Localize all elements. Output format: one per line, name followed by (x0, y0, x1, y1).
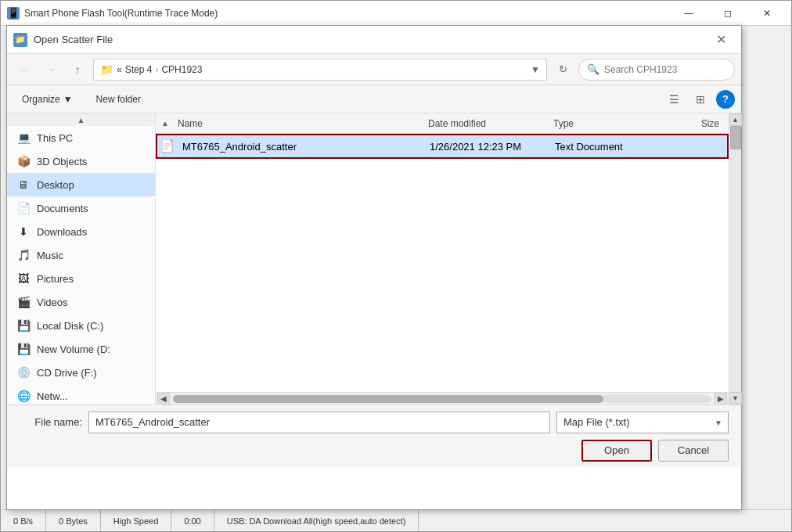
sidebar-item-music[interactable]: 🎵 Music (7, 243, 155, 267)
file-list: MT6765_Android_scatter 1/26/2021 12:23 P… (156, 134, 729, 392)
sidebar-item-this-pc[interactable]: 💻 This PC (7, 126, 155, 149)
desktop-icon: 🖥 (16, 178, 31, 191)
3d-objects-icon: 📦 (16, 155, 31, 167)
file-list-area: ▲ Name Date modified Type Size (156, 113, 729, 404)
column-date-modified[interactable]: Date modified (422, 118, 547, 129)
sidebar-label-new-volume-d: New Volume (D: (37, 343, 110, 355)
sidebar-item-documents[interactable]: 📄 Documents (7, 196, 155, 220)
local-disk-c-icon: 💾 (16, 319, 31, 332)
sidebar-item-videos[interactable]: 🎬 Videos (7, 290, 155, 314)
sidebar-item-network[interactable]: 🌐 Netw... (7, 384, 155, 404)
app-restore-button[interactable]: ◻ (710, 1, 746, 26)
app-icon: 📱 (7, 7, 20, 20)
search-input[interactable] (604, 64, 726, 75)
address-folder-icon: 📁 (100, 63, 113, 76)
filetype-select-wrapper: Map File (*.txt) All Files (*.*) ▼ (556, 412, 729, 433)
filename-label: File name: (20, 416, 82, 428)
vertical-scrollbar-thumb[interactable] (730, 126, 741, 149)
dialog-close-button[interactable]: ✕ (707, 26, 735, 54)
new-folder-label: New folder (96, 94, 141, 105)
app-minimize-button[interactable]: — (671, 1, 707, 26)
buttons-row: Open Cancel (20, 440, 729, 462)
filename-input[interactable] (88, 412, 550, 433)
sidebar-item-downloads[interactable]: ⬇ Downloads (7, 220, 155, 243)
vertical-scrollbar-track[interactable] (730, 126, 741, 392)
sidebar: ▲ 💻 This PC 📦 3D Objects 🖥 Desktop 📄 Doc… (7, 113, 156, 404)
status-time: 0:00 (171, 510, 214, 531)
sidebar-item-desktop[interactable]: 🖥 Desktop (7, 173, 155, 196)
address-dropdown-button[interactable]: ▼ (531, 64, 540, 75)
search-icon: 🔍 (587, 63, 599, 75)
organize-dropdown-icon: ▼ (63, 94, 73, 105)
column-name[interactable]: Name (171, 118, 422, 129)
scroll-left-button[interactable]: ◀ (157, 393, 170, 405)
search-box[interactable]: 🔍 (578, 59, 735, 81)
sidebar-item-new-volume-d[interactable]: 💾 New Volume (D: (7, 337, 155, 361)
status-mode: High Speed (101, 510, 172, 531)
breadcrumb-step: Step 4 (125, 64, 153, 75)
open-scatter-file-dialog: 📁 Open Scatter File ✕ ← → ↑ 📁 « Step 4 ›… (6, 25, 742, 510)
downloads-icon: ⬇ (16, 225, 31, 238)
horizontal-scrollbar-thumb[interactable] (173, 395, 603, 403)
sidebar-label-local-disk-c: Local Disk (C:) (37, 320, 103, 332)
toolbar-right: ☰ ⊞ ? (663, 88, 735, 110)
cancel-button[interactable]: Cancel (658, 440, 729, 462)
file-name: MT6765_Android_scatter (179, 141, 423, 153)
sidebar-label-music: Music (37, 250, 63, 261)
sidebar-label-pictures: Pictures (37, 273, 74, 285)
new-volume-d-icon: 💾 (16, 343, 31, 355)
address-bar[interactable]: 📁 « Step 4 › CPH1923 ▼ (93, 59, 547, 81)
status-bytes: 0 Bytes (46, 510, 101, 531)
cd-drive-f-icon: 💿 (16, 366, 31, 379)
sort-indicator: ▲ (159, 119, 171, 128)
sidebar-scroll-up-button[interactable]: ▲ (7, 113, 155, 126)
file-type: Text Document (549, 141, 666, 153)
back-button[interactable]: ← (13, 59, 35, 81)
sidebar-label-downloads: Downloads (37, 226, 87, 238)
sidebar-item-cd-drive-f[interactable]: 💿 CD Drive (F:) (7, 361, 155, 384)
sidebar-item-local-disk-c[interactable]: 💾 Local Disk (C:) (7, 314, 155, 337)
scroll-down-button[interactable]: ▼ (729, 392, 742, 404)
app-title: Smart Phone Flash Tool(Runtime Trace Mod… (24, 8, 666, 19)
view-options-button[interactable]: ☰ (663, 88, 685, 110)
app-close-button[interactable]: ✕ (749, 1, 785, 26)
table-row[interactable]: MT6765_Android_scatter 1/26/2021 12:23 P… (156, 134, 729, 159)
breadcrumb-folder: CPH1923 (161, 64, 202, 75)
help-button[interactable]: ? (716, 90, 735, 109)
breadcrumb-separator: › (155, 64, 158, 75)
breadcrumb-prefix: « (117, 64, 122, 75)
videos-icon: 🎬 (16, 296, 31, 308)
view-toggle-button[interactable]: ⊞ (689, 88, 711, 110)
sidebar-label-videos: Videos (37, 297, 68, 308)
sidebar-item-3d-objects[interactable]: 📦 3D Objects (7, 149, 155, 173)
column-size[interactable]: Size (664, 118, 725, 129)
status-bar: 0 B/s 0 Bytes High Speed 0:00 USB: DA Do… (1, 509, 791, 531)
this-pc-icon: 💻 (16, 131, 31, 144)
refresh-button[interactable]: ↻ (552, 59, 574, 81)
up-button[interactable]: ↑ (67, 59, 88, 81)
bottom-controls: File name: Map File (*.txt) All Files (*… (7, 404, 741, 467)
status-usb: USB: DA Download All(high speed,auto det… (214, 510, 419, 531)
horizontal-scrollbar-track[interactable] (173, 395, 711, 403)
sidebar-label-desktop: Desktop (37, 179, 74, 191)
sidebar-label-this-pc: This PC (37, 132, 73, 144)
dialog-titlebar: 📁 Open Scatter File ✕ (7, 26, 741, 54)
filetype-select[interactable]: Map File (*.txt) All Files (*.*) (556, 412, 729, 433)
column-type[interactable]: Type (547, 118, 664, 129)
file-date: 1/26/2021 12:23 PM (423, 141, 549, 153)
open-button[interactable]: Open (581, 440, 652, 462)
dialog-title: Open Scatter File (34, 34, 707, 45)
new-folder-button[interactable]: New folder (88, 88, 149, 110)
scroll-up-button[interactable]: ▲ (729, 113, 742, 126)
file-list-header: ▲ Name Date modified Type Size (156, 113, 729, 134)
forward-button[interactable]: → (40, 59, 62, 81)
horizontal-scrollbar-area: ◀ ▶ (156, 392, 729, 404)
organize-label: Organize (22, 94, 60, 105)
vertical-scrollbar: ▲ ▼ (729, 113, 741, 404)
scroll-right-button[interactable]: ▶ (715, 393, 727, 405)
address-breadcrumb: « Step 4 › CPH1923 (117, 64, 202, 75)
organize-button[interactable]: Organize ▼ (13, 88, 81, 110)
file-doc-icon (160, 138, 176, 154)
sidebar-item-pictures[interactable]: 🖼 Pictures (7, 267, 155, 290)
status-speed: 0 B/s (1, 510, 46, 531)
